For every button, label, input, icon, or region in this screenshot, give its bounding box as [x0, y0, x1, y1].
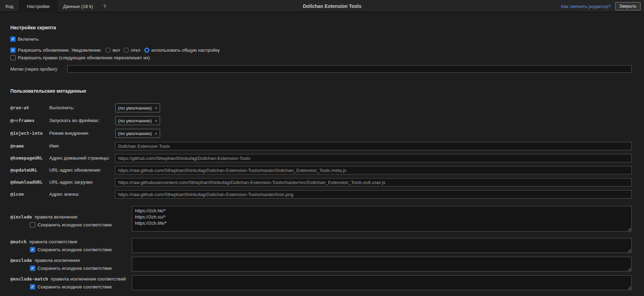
icon-url-row: @icon Адрес значка:	[0, 190, 644, 198]
script-settings-heading: Настройки скрипта	[10, 25, 56, 30]
check-icon: ✓	[31, 285, 34, 289]
match-label: правила соответствия	[29, 239, 77, 244]
exclude-keep-label: Сохранить исходное соответствие	[38, 266, 112, 271]
exclude-match-label: правила исключения соответствий	[51, 276, 126, 282]
include-keep-label: Сохранить исходное соответствие	[38, 222, 112, 227]
run-at-select[interactable]: (по умолчанию) ∨	[115, 103, 160, 112]
chevron-down-icon: ∨	[155, 106, 157, 110]
download-url-tag: @downloadURL	[10, 180, 43, 185]
include-textarea-wrap: https://2ch.hk/* https://2ch.su/* https:…	[132, 206, 632, 232]
update-url-input[interactable]	[115, 166, 632, 174]
allow-update-label: Разрешить обновление. Уведомление:	[18, 48, 102, 53]
check-icon: ✓	[11, 48, 14, 52]
exclude-match-keep-row: ✓ Сохранить исходное соответствие	[30, 284, 112, 290]
tab-help[interactable]: ?	[98, 0, 111, 12]
exclude-keep-row: ✓ Сохранить исходное соответствие	[30, 265, 112, 271]
allow-edits-checkbox[interactable]	[10, 55, 15, 60]
exclude-match-keep-checkbox[interactable]: ✓	[30, 284, 35, 289]
notify-off-label: откл	[131, 48, 140, 53]
include-keep-checkbox[interactable]	[30, 222, 35, 227]
exclude-label: правила исключения	[35, 258, 80, 263]
noframes-tag: @noframes	[10, 118, 34, 123]
notify-on-radio[interactable]	[105, 48, 110, 53]
chevron-down-icon: ∨	[155, 132, 157, 135]
top-bar-right: Как сменить редактор? Закрыть	[561, 0, 641, 12]
inject-into-select[interactable]: (по умолчанию) ∨	[115, 129, 160, 138]
exclude-match-tag: @exclude-match	[10, 276, 48, 282]
include-keep-row: Сохранить исходное соответствие	[30, 222, 112, 228]
download-url-label: URL-адрес загрузки:	[49, 180, 94, 185]
homepage-label: Адрес домашней страницы:	[49, 155, 110, 161]
match-keep-row: ✓ Сохранить исходное соответствие	[30, 247, 112, 253]
tab-settings[interactable]: Настройки	[19, 0, 57, 12]
enable-script-checkbox[interactable]: ✓	[10, 37, 15, 42]
include-label-row: @include правила включения	[10, 214, 77, 220]
editor-tabs: Код Настройки Данные (18 k) ?	[0, 0, 111, 12]
run-at-label: Выполнить:	[49, 105, 74, 110]
exclude-match-textarea-wrap	[132, 275, 632, 290]
tags-label: Метки (через пробел):	[10, 67, 58, 72]
include-label: правила включения	[35, 214, 77, 220]
match-keep-checkbox[interactable]: ✓	[30, 247, 35, 252]
run-at-row: @run-at Выполнить: (по умолчанию) ∨	[0, 103, 644, 112]
check-icon: ✓	[31, 266, 34, 270]
notify-global-label: использовать общую настройку	[151, 48, 220, 53]
icon-url-label: Адрес значка:	[49, 192, 80, 197]
enable-script-label: Включить	[18, 37, 39, 42]
name-row: @name Имя:	[0, 142, 644, 150]
homepage-tag: @homepageURL	[10, 155, 43, 161]
change-editor-link[interactable]: Как сменить редактор?	[561, 4, 611, 9]
update-url-row: @updateURL URL-адрес обновления:	[0, 166, 644, 174]
violentmonkey-editor-page: Код Настройки Данные (18 k) ? Dollchan E…	[0, 0, 644, 296]
noframes-select[interactable]: (по умолчанию) ∨	[115, 116, 160, 125]
inject-into-select-value: (по умолчанию)	[118, 131, 152, 136]
close-button[interactable]: Закрыть	[615, 2, 641, 10]
exclude-rules-textarea[interactable]	[132, 257, 632, 272]
name-input[interactable]	[115, 142, 632, 150]
include-rules-textarea[interactable]: https://2ch.hk/* https://2ch.su/* https:…	[132, 206, 632, 232]
match-label-row: @match правила соответствия	[10, 239, 77, 244]
check-icon: ✓	[11, 37, 14, 41]
match-rules-textarea[interactable]	[132, 238, 632, 253]
page-title: Dollchan Extension Tools	[303, 0, 361, 12]
include-tag: @include	[10, 214, 32, 220]
download-url-input[interactable]	[115, 178, 632, 186]
inject-into-tag: @inject-into	[10, 131, 43, 136]
notify-option-global: использовать общую настройку	[144, 48, 220, 53]
homepage-url-input[interactable]	[115, 154, 632, 162]
homepage-row: @homepageURL Адрес домашней страницы:	[0, 154, 644, 162]
icon-url-tag: @icon	[10, 192, 24, 197]
enable-script-row: ✓ Включить	[10, 36, 39, 42]
notify-global-radio[interactable]	[144, 48, 149, 53]
tags-input[interactable]	[67, 65, 632, 73]
exclude-match-rules-textarea[interactable]	[132, 275, 632, 290]
run-at-select-value: (по умолчанию)	[118, 105, 152, 111]
name-label: Имя:	[49, 143, 60, 149]
icon-url-input[interactable]	[115, 190, 632, 198]
allow-edits-row: Разрешить правки (следующее обновление п…	[10, 55, 150, 61]
inject-into-row: @inject-into Режим внедрения: (по умолча…	[0, 129, 644, 138]
notify-option-off: откл	[124, 48, 140, 53]
exclude-textarea-wrap	[132, 257, 632, 272]
tab-code[interactable]: Код	[0, 0, 19, 12]
metadata-heading: Пользовательские метаданные	[10, 88, 86, 94]
update-url-label: URL-адрес обновления:	[49, 167, 101, 173]
check-icon: ✓	[31, 248, 34, 252]
exclude-match-keep-label: Сохранить исходное соответствие	[38, 284, 112, 289]
match-tag: @match	[10, 239, 27, 244]
notify-off-radio[interactable]	[124, 48, 129, 53]
exclude-match-label-row: @exclude-match правила исключения соотве…	[10, 276, 126, 282]
noframes-row: @noframes Запускать во фреймах: (по умол…	[0, 116, 644, 125]
allow-update-row: ✓ Разрешить обновление. Уведомление: вкл…	[10, 47, 220, 53]
name-tag: @name	[10, 143, 24, 149]
inject-into-label: Режим внедрения:	[49, 131, 89, 136]
allow-update-checkbox[interactable]: ✓	[10, 48, 15, 53]
run-at-tag: @run-at	[10, 105, 29, 110]
exclude-tag: @exclude	[10, 258, 32, 263]
exclude-label-row: @exclude правила исключения	[10, 258, 80, 263]
match-textarea-wrap	[132, 238, 632, 253]
top-bar: Код Настройки Данные (18 k) ? Dollchan E…	[0, 0, 644, 12]
exclude-keep-checkbox[interactable]: ✓	[30, 266, 35, 271]
tab-values[interactable]: Данные (18 k)	[57, 0, 98, 12]
match-keep-label: Сохранить исходное соответствие	[38, 247, 112, 252]
